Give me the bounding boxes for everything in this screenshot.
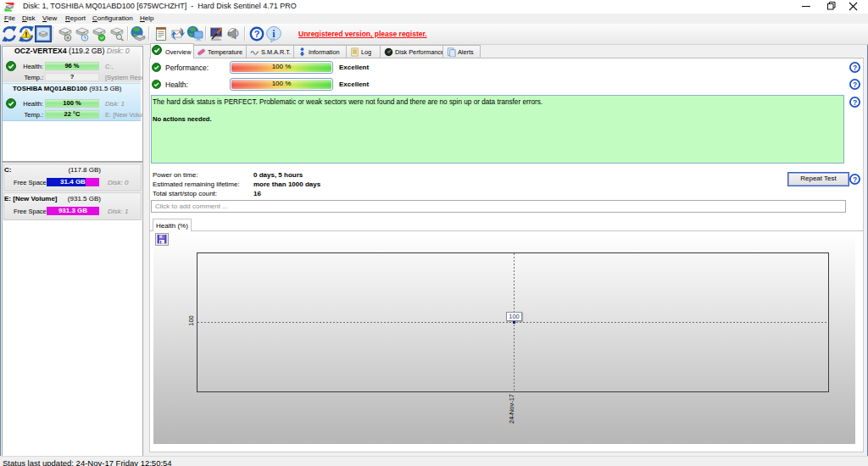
svg-text:?: ? (853, 80, 857, 89)
svg-text:?: ? (853, 175, 857, 184)
svg-text:?: ? (853, 98, 857, 107)
svg-text:?: ? (254, 29, 260, 39)
svg-text:?: ? (853, 64, 857, 72)
